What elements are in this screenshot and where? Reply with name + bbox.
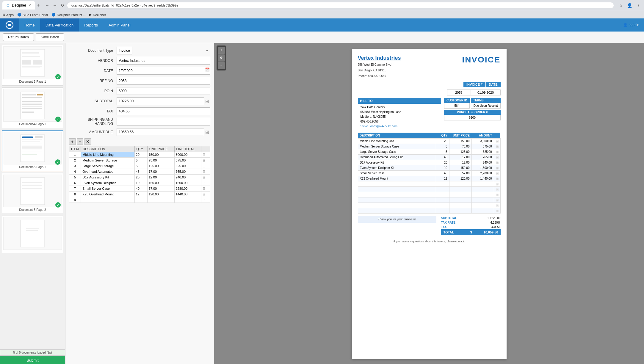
po-n-input[interactable] (117, 87, 210, 95)
new-tab-button[interactable]: + (37, 3, 40, 8)
document-item-3-1[interactable]: ✓ Document-3-Page-1 (2, 45, 63, 86)
line-item-line-total-6[interactable]: 1500.00 (174, 180, 201, 186)
line-item-desc-input-5[interactable] (82, 175, 133, 179)
shipping-input[interactable] (117, 118, 210, 125)
nav-admin-panel[interactable]: Admin Panel (103, 18, 136, 32)
amount-due-input[interactable] (117, 128, 204, 136)
line-item-desc-4[interactable] (81, 169, 134, 175)
nav-reports[interactable]: Reports (79, 18, 103, 32)
line-item-qty-5[interactable]: 20 (134, 175, 147, 180)
line-item-desc-input-9[interactable] (82, 198, 133, 202)
date-picker-button[interactable]: 📅 (205, 68, 210, 72)
zoom-out-button[interactable]: − (218, 62, 225, 69)
line-item-desc-input-3[interactable] (82, 164, 133, 168)
line-item-unit-price-6[interactable]: 150.00 (147, 180, 174, 186)
line-item-unit-price-3[interactable]: 125.00 (147, 163, 174, 169)
submit-button[interactable]: Submit (0, 356, 65, 364)
vendor-input[interactable] (117, 57, 210, 65)
line-item-line-total-9[interactable] (174, 197, 201, 203)
document-type-select[interactable]: Invoice (117, 47, 132, 54)
ref-no-input[interactable] (117, 77, 210, 85)
line-item-grid-btn-5[interactable]: ⊞ (203, 175, 206, 179)
document-item-4-1[interactable]: ✓ Document-4-Page-1 (2, 87, 63, 128)
line-item-grid-btn-4[interactable]: ⊞ (203, 170, 206, 174)
line-item-unit-price-7[interactable]: 57.00 (147, 186, 174, 192)
bookmark-button[interactable]: ☆ (618, 2, 624, 9)
line-item-line-total-1[interactable]: 3000.00 (174, 152, 201, 158)
bookmark-blueprism[interactable]: 🔵 Blue Prism Portal (17, 13, 48, 17)
line-item-qty-9[interactable] (134, 197, 147, 203)
line-item-grid-btn-1[interactable]: ⊞ (203, 153, 206, 157)
line-item-desc-input-8[interactable] (82, 192, 133, 196)
subtotal-grid-icon[interactable]: ⊞ (204, 98, 210, 104)
line-item-qty-8[interactable]: 12 (134, 192, 147, 197)
line-item-desc-input-2[interactable] (82, 158, 133, 162)
pan-button[interactable]: ✥ (218, 54, 225, 62)
forward-button[interactable]: → (52, 2, 58, 9)
line-item-unit-price-9[interactable] (147, 197, 174, 203)
line-item-line-total-2[interactable]: 375.00 (174, 158, 201, 163)
address-bar[interactable]: localhost/DataVerifier?batchId=02a4c1ee-… (67, 2, 614, 8)
user-menu[interactable]: 👤 admin (618, 23, 644, 27)
tax-input[interactable] (117, 107, 210, 115)
line-item-desc-2[interactable] (81, 158, 134, 163)
nav-home[interactable]: Home (19, 18, 40, 32)
line-item-grid-btn-9[interactable]: ⊞ (203, 198, 206, 202)
line-item-desc-input-1[interactable] (82, 153, 133, 157)
subtotal-input[interactable] (117, 97, 204, 105)
line-item-unit-price-8[interactable]: 120.00 (147, 192, 174, 197)
bookmark-decipher[interactable]: ▶ Decipher (89, 13, 106, 17)
line-item-qty-4[interactable]: 45 (134, 169, 147, 175)
line-item-desc-9[interactable] (81, 197, 134, 203)
line-item-line-total-8[interactable]: 1440.00 (174, 192, 201, 197)
line-item-line-total-3[interactable]: 625.00 (174, 163, 201, 169)
line-item-grid-btn-8[interactable]: ⊞ (203, 192, 206, 196)
zoom-in-button[interactable]: + (218, 47, 225, 54)
line-item-desc-5[interactable] (81, 175, 134, 180)
date-input[interactable] (117, 67, 210, 75)
browser-tab[interactable]: ⬡ Decipher × (2, 1, 35, 10)
line-item-unit-price-5[interactable]: 12.00 (147, 175, 174, 180)
return-batch-button[interactable]: Return Batch (3, 33, 34, 41)
line-item-grid-btn-7[interactable]: ⊞ (203, 186, 206, 191)
line-item-qty-6[interactable]: 10 (134, 180, 147, 186)
line-item-line-total-5[interactable]: 240.00 (174, 175, 201, 180)
line-item-qty-3[interactable]: 5 (134, 163, 147, 169)
line-item-unit-price-1[interactable]: 150.00 (147, 152, 174, 158)
line-item-grid-btn-6[interactable]: ⊞ (203, 181, 206, 185)
line-item-unit-price-2[interactable]: 75.00 (147, 158, 174, 163)
save-batch-button[interactable]: Save Batch (36, 33, 64, 41)
clear-line-item-button[interactable]: ✕ (84, 138, 91, 145)
line-item-grid-btn-3[interactable]: ⊞ (203, 164, 206, 168)
amount-due-grid-icon[interactable]: ⊞ (204, 129, 210, 135)
line-item-desc-input-6[interactable] (82, 181, 133, 185)
remove-line-item-button[interactable]: − (77, 138, 83, 145)
line-item-desc-7[interactable] (81, 186, 134, 192)
line-item-desc-6[interactable] (81, 180, 134, 186)
line-item-qty-7[interactable]: 40 (134, 186, 147, 192)
document-item-unknown[interactable] (2, 216, 63, 253)
reload-button[interactable]: ↻ (59, 2, 65, 9)
bookmark-decipher-product[interactable]: 🔵 Decipher Product ... (51, 13, 86, 17)
profile-button[interactable]: 👤 (626, 2, 633, 9)
app-logo[interactable] (0, 18, 19, 32)
document-item-5-1[interactable]: ✓ Document-5-Page-1 (2, 130, 63, 171)
line-item-line-total-7[interactable]: 2280.00 (174, 186, 201, 192)
line-item-desc-3[interactable] (81, 163, 134, 169)
line-item-line-total-4[interactable]: 765.00 (174, 169, 201, 175)
tab-close-button[interactable]: × (29, 3, 31, 8)
line-item-unit-price-4[interactable]: 17.00 (147, 169, 174, 175)
back-button[interactable]: ← (44, 2, 51, 9)
add-line-item-button[interactable]: + (69, 138, 76, 145)
line-item-desc-1[interactable] (81, 152, 134, 158)
line-item-desc-8[interactable] (81, 192, 134, 197)
line-item-desc-input-7[interactable] (82, 186, 133, 191)
nav-data-verification[interactable]: Data Verification (40, 18, 79, 32)
line-item-qty-2[interactable]: 5 (134, 158, 147, 163)
bookmark-apps[interactable]: ⊞ Apps (2, 13, 14, 17)
document-item-5-2[interactable]: ✓ Document-5-Page-2 (2, 173, 63, 214)
line-item-desc-input-4[interactable] (82, 170, 133, 174)
line-item-qty-1[interactable]: 20 (134, 152, 147, 158)
menu-button[interactable]: ⋮ (635, 2, 642, 9)
line-item-grid-btn-2[interactable]: ⊞ (203, 158, 206, 162)
